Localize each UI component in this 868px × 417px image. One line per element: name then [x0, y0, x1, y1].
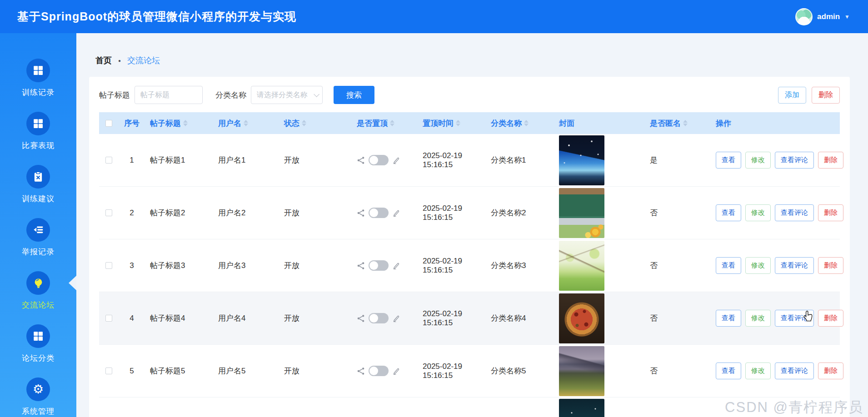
column-header-3[interactable]: 用户名 — [214, 118, 279, 129]
delete-button[interactable]: 删除 — [818, 362, 843, 379]
sidebar-item-5[interactable]: 交流论坛 — [0, 271, 76, 310]
sort-caret-icon[interactable] — [390, 120, 394, 126]
edit-pin-icon[interactable] — [392, 314, 400, 322]
pin-toggle[interactable] — [369, 155, 389, 165]
add-button[interactable]: 添加 — [778, 87, 806, 104]
row-checkbox[interactable] — [105, 315, 112, 322]
delete-selected-button[interactable]: 删除 — [812, 87, 840, 104]
cover-image[interactable] — [559, 135, 604, 185]
status-text: 开放 — [284, 208, 299, 218]
edit-pin-icon[interactable] — [392, 209, 400, 217]
table-row: 3帖子标题3用户名3开放2025-02-19 15:16:15分类名称3否查看修… — [99, 239, 840, 292]
cover-cell — [554, 241, 645, 291]
post-title-input[interactable] — [135, 86, 203, 104]
comment-button[interactable]: 查看评论 — [775, 257, 814, 274]
app-header: 基于SpringBoot的球员管理微信小程序的开发与实现 admin ▼ — [0, 0, 868, 33]
column-header-label: 帖子标题 — [150, 118, 181, 129]
edit-pin-icon[interactable] — [392, 262, 400, 269]
row-checkbox-cell — [99, 262, 118, 269]
search-button[interactable]: 搜索 — [334, 86, 374, 104]
edit-pin-icon[interactable] — [392, 367, 400, 375]
post-title-cell: 帖子标题2 — [145, 208, 214, 218]
column-header-2[interactable]: 帖子标题 — [145, 118, 214, 129]
sort-caret-icon[interactable] — [302, 120, 306, 126]
row-checkbox[interactable] — [105, 157, 112, 164]
post-title-cell: 帖子标题5 — [145, 366, 214, 376]
cover-image[interactable] — [559, 399, 604, 417]
cover-image[interactable] — [559, 188, 604, 238]
sidebar-item-4[interactable]: 举报记录 — [0, 218, 76, 257]
grid-icon — [26, 112, 50, 135]
category-name: 分类名称2 — [491, 208, 526, 218]
user-name: admin — [817, 12, 840, 21]
comment-button[interactable]: 查看评论 — [775, 362, 814, 379]
delete-button[interactable]: 删除 — [818, 310, 843, 327]
sidebar-item-3[interactable]: 训练建议 — [0, 165, 76, 204]
view-button[interactable]: 查看 — [716, 362, 741, 379]
sort-caret-icon[interactable] — [683, 120, 688, 126]
row-index: 1 — [130, 156, 134, 165]
edit-button[interactable]: 修改 — [745, 257, 771, 274]
delete-button[interactable]: 删除 — [818, 152, 843, 169]
row-checkbox[interactable] — [105, 209, 112, 216]
comment-button[interactable]: 查看评论 — [775, 310, 814, 327]
view-button[interactable]: 查看 — [716, 152, 741, 169]
comment-button[interactable]: 查看评论 — [775, 152, 814, 169]
breadcrumb-home[interactable]: 首页 — [95, 55, 112, 66]
row-checkbox[interactable] — [105, 367, 112, 374]
avatar[interactable] — [795, 8, 813, 25]
sidebar-item-7[interactable]: ⚙系统管理 — [0, 377, 76, 417]
view-button[interactable]: 查看 — [716, 257, 741, 274]
sort-caret-icon[interactable] — [244, 120, 248, 126]
pin-toggle[interactable] — [369, 260, 389, 271]
sidebar-item-1[interactable]: 训练记录 — [0, 59, 76, 98]
pin-toggle[interactable] — [369, 313, 389, 323]
column-header-4[interactable]: 状态 — [279, 118, 352, 129]
pin-toggle[interactable] — [369, 208, 389, 218]
edit-button[interactable]: 修改 — [745, 362, 771, 379]
column-header-7[interactable]: 分类名称 — [486, 118, 554, 129]
cover-image[interactable] — [559, 241, 604, 291]
sort-caret-icon[interactable] — [183, 120, 188, 126]
chevron-down-icon — [314, 91, 319, 97]
cover-image[interactable] — [559, 293, 604, 343]
cover-image[interactable] — [559, 346, 604, 396]
column-header-label: 是否置顶 — [357, 118, 388, 129]
delete-button[interactable]: 删除 — [818, 257, 843, 274]
post-title: 帖子标题2 — [150, 208, 185, 218]
view-button[interactable]: 查看 — [716, 310, 741, 327]
category-select[interactable]: 请选择分类名称 — [251, 86, 323, 104]
table-header-row: 序号帖子标题用户名状态是否置顶置顶时间分类名称封面是否匿名操作 — [99, 112, 840, 134]
sidebar-item-6[interactable]: 论坛分类 — [0, 324, 76, 363]
post-title-cell: 帖子标题1 — [145, 155, 214, 165]
select-all-checkbox[interactable] — [105, 120, 112, 127]
view-button[interactable]: 查看 — [716, 204, 741, 221]
sort-caret-icon[interactable] — [524, 120, 529, 126]
delete-button[interactable]: 删除 — [818, 204, 843, 221]
breadcrumb-current[interactable]: 交流论坛 — [127, 55, 160, 66]
sidebar-item-2[interactable]: 比赛表现 — [0, 112, 76, 151]
column-header-5[interactable]: 是否置顶 — [352, 118, 418, 129]
edit-button[interactable]: 修改 — [745, 310, 771, 327]
sort-caret-icon[interactable] — [456, 120, 460, 126]
status-cell: 开放 — [279, 208, 352, 218]
clipboard-x-icon — [26, 165, 50, 189]
status-text: 开放 — [284, 366, 299, 376]
row-index-cell: 3 — [118, 261, 145, 270]
status-text: 开放 — [284, 155, 299, 165]
column-header-6[interactable]: 置顶时间 — [418, 118, 486, 129]
edit-pin-icon[interactable] — [392, 156, 400, 164]
status-cell: 开放 — [279, 313, 352, 323]
table-body: 1帖子标题1用户名1开放2025-02-19 15:16:15分类名称1是查看修… — [99, 134, 840, 417]
edit-button[interactable]: 修改 — [745, 204, 771, 221]
username-cell: 用户名5 — [214, 366, 279, 376]
pin-toggle[interactable] — [369, 366, 389, 376]
user-menu[interactable]: admin ▼ — [795, 8, 850, 25]
comment-button[interactable]: 查看评论 — [775, 204, 814, 221]
anonymous-cell: 否 — [645, 208, 711, 218]
row-checkbox[interactable] — [105, 262, 112, 269]
anonymous-cell: 否 — [645, 260, 711, 271]
column-header-9[interactable]: 是否匿名 — [645, 118, 711, 129]
category-label: 分类名称 — [215, 90, 246, 100]
edit-button[interactable]: 修改 — [745, 152, 771, 169]
